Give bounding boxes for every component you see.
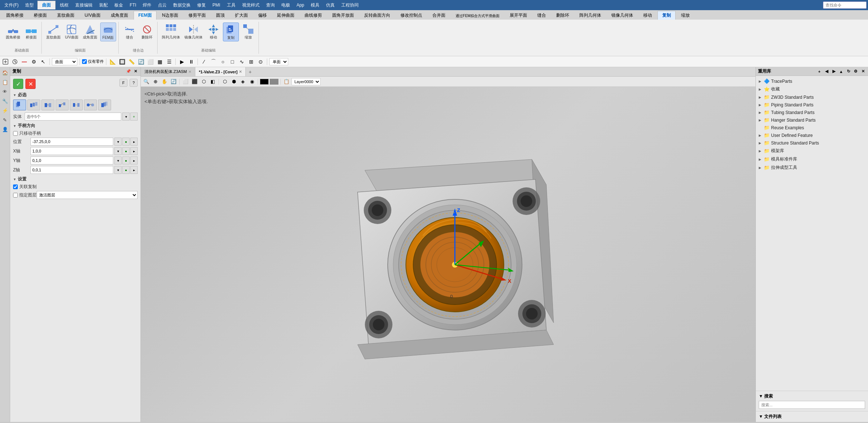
icon-bar-btn-5[interactable]: ⚡ <box>1 106 9 114</box>
ribbon-btn-copy[interactable]: 复制 <box>223 23 239 41</box>
tree-item-mold-frame[interactable]: ▶ 📁 模架库 <box>756 147 868 155</box>
toolbar-icon-circle[interactable]: ○ <box>219 58 227 66</box>
copy-icon-1[interactable] <box>13 99 26 110</box>
toolbar-icon-arc[interactable]: ⌒ <box>209 58 217 66</box>
tree-item-reuse-examples[interactable]: ▶ 📁 Reuse Examples <box>756 124 868 131</box>
menu-surface[interactable]: 曲面 <box>37 1 56 9</box>
toolbar-btn-minus[interactable]: — <box>20 58 28 66</box>
ribbon-tab-dome[interactable]: 圆顶 <box>211 11 229 20</box>
menu-repair[interactable]: 修复 <box>194 1 209 9</box>
vt-btn-wire[interactable]: ⬡ <box>221 78 229 86</box>
vt-btn-rotate[interactable]: 🔄 <box>170 78 178 86</box>
tree-item-traceparts[interactable]: ▶ 🔷 TraceParts <box>756 77 868 85</box>
toolbar-icon-a[interactable]: 📐 <box>109 58 117 66</box>
ribbon-btn-fem[interactable]: FEM面 <box>100 23 116 41</box>
viewport-canvas[interactable]: <Ctrl-pick>取消选择. <单击右键>获取实体输入选项. <box>141 87 755 422</box>
copy-icon-7[interactable] <box>98 99 111 110</box>
position-input[interactable] <box>30 138 113 146</box>
ribbon-btn-fillet-bridge[interactable]: 圆角桥接 <box>4 23 22 41</box>
copy-icon-4[interactable] <box>56 99 69 110</box>
toolbar-icon-j[interactable]: ∿ <box>238 58 246 66</box>
copy-icon-2[interactable] <box>27 99 40 110</box>
x-axis-more-btn[interactable]: ▸ <box>130 147 138 155</box>
vt-btn-top[interactable]: ⬡ <box>200 78 208 86</box>
right-panel-add-btn[interactable]: + <box>816 69 822 74</box>
menu-pmi[interactable]: PMI <box>209 2 223 8</box>
ribbon-tab-delete-loop[interactable]: 删除环 <box>551 11 574 20</box>
vp-tab-add[interactable]: + <box>246 67 254 76</box>
menu-assembly[interactable]: 装配 <box>96 1 111 9</box>
info-button[interactable]: ? <box>130 79 138 87</box>
vp-tab-1[interactable]: 清块机构装配体.Z3ASM ✕ <box>141 67 195 76</box>
ribbon-tab-angled-face[interactable]: 成角度面 <box>106 11 133 20</box>
ribbon-tab-merge-face[interactable]: 合并面 <box>428 11 450 20</box>
menu-visual-style[interactable]: 视觉样式 <box>239 1 262 9</box>
right-panel-settings-btn[interactable]: ⚙ <box>853 69 859 74</box>
y-axis-expand-btn[interactable]: ▾ <box>114 156 122 164</box>
ribbon-tab-bridge-face[interactable]: 桥接面 <box>29 11 52 20</box>
tree-item-zw3d-std[interactable]: ▶ 📁 ZW3D Standard Parts <box>756 93 868 101</box>
copy-icon-6[interactable] <box>84 99 97 110</box>
ribbon-btn-bridge-face[interactable]: 桥接面 <box>23 23 39 41</box>
vt-btn-front[interactable]: ⬜ <box>182 78 190 86</box>
menu-engineering[interactable]: 工程协同 <box>338 1 362 9</box>
toolbar-icon-c[interactable]: 📏 <box>127 58 135 66</box>
z-axis-more-btn[interactable]: ▸ <box>130 166 138 174</box>
toolbar-icon-b[interactable]: 🔲 <box>118 58 126 66</box>
right-panel-back-btn[interactable]: ◀ <box>824 69 830 74</box>
only-move-handle-checkbox[interactable] <box>13 131 18 136</box>
ribbon-btn-array-geo[interactable]: 阵列几何体 <box>160 23 182 41</box>
ribbon-btn-move[interactable]: 移动 <box>205 23 221 41</box>
x-axis-input[interactable] <box>30 147 113 155</box>
toolbar-icon-g[interactable]: ☰ <box>165 58 173 66</box>
menu-sheet-metal[interactable]: 板金 <box>111 1 126 9</box>
icon-bar-btn-1[interactable]: 🏠 <box>1 69 9 77</box>
menu-fti[interactable]: FTI <box>127 2 139 8</box>
ribbon-btn-mirror-geo[interactable]: 镜像几何体 <box>183 23 204 41</box>
x-axis-set-btn[interactable]: ● <box>122 147 130 155</box>
ribbon-btn-direct-ruled[interactable]: 直纹曲面 <box>45 23 62 41</box>
z-axis-expand-btn[interactable]: ▾ <box>114 166 122 174</box>
icon-bar-btn-4[interactable]: 🔧 <box>1 97 9 105</box>
color-swatch-black[interactable] <box>260 79 269 85</box>
vp-tab-1-close[interactable]: ✕ <box>188 70 191 74</box>
toolbar-btn-2[interactable] <box>11 58 19 66</box>
menu-file[interactable]: 文件(F) <box>1 1 21 9</box>
menu-query[interactable]: 查询 <box>263 1 278 9</box>
ribbon-tab-unfold[interactable]: 展开平面 <box>505 11 532 20</box>
right-panel-close-btn[interactable]: ✕ <box>860 69 866 74</box>
layer-select[interactable]: 激活图层 <box>37 191 138 199</box>
panel-close-btn[interactable]: ✕ <box>133 69 138 74</box>
toolbar-icon-k[interactable]: ⊞ <box>247 58 255 66</box>
ribbon-tab-mirror-geo[interactable]: 镜像几何体 <box>607 11 638 20</box>
menu-weld[interactable]: 焊件 <box>140 1 154 9</box>
ribbon-tab-extend-surface[interactable]: 延伸曲面 <box>272 11 299 20</box>
menu-app[interactable]: App <box>294 2 307 8</box>
search-command-input[interactable] <box>823 1 867 9</box>
icon-bar-btn-2[interactable]: 📋 <box>1 78 9 86</box>
ribbon-btn-sew[interactable]: 缝合 <box>122 23 138 41</box>
tree-item-hanger-std[interactable]: ▶ 📁 Hanger Standard Parts <box>756 116 868 124</box>
menu-direct-edit[interactable]: 直接编辑 <box>72 1 95 9</box>
f-button[interactable]: F <box>119 79 127 87</box>
toolbar-btn-settings[interactable]: ⚙ <box>30 58 38 66</box>
toolbar-icon-l[interactable]: ⊙ <box>257 58 265 66</box>
parts-only-checkbox[interactable]: 仅有零件 <box>82 59 104 64</box>
cancel-button[interactable]: ✕ <box>25 79 36 89</box>
menu-mold[interactable]: 模具 <box>308 1 322 9</box>
tree-item-mold-std[interactable]: ▶ 📁 模具标准件库 <box>756 155 868 163</box>
color-swatch-gray[interactable] <box>270 79 278 85</box>
menu-model[interactable]: 造型 <box>22 1 37 9</box>
entity-add-btn[interactable]: + <box>130 113 138 121</box>
toolbar-icon-line[interactable]: ∕ <box>200 58 208 66</box>
vt-btn-pan[interactable]: ✋ <box>160 78 168 86</box>
layer-dropdown[interactable]: Layer0000 <box>292 78 321 85</box>
vt-btn-render[interactable]: ◉ <box>248 78 256 86</box>
mode-select[interactable]: 曲面 <box>52 58 77 65</box>
vt-btn-layer[interactable]: 📋 <box>282 78 290 86</box>
associate-copy-checkbox[interactable] <box>13 184 18 189</box>
ribbon-btn-angled[interactable]: 成角度面 <box>81 23 99 41</box>
specify-layer-checkbox[interactable] <box>13 193 18 198</box>
ribbon-tab-fem[interactable]: FEM面 <box>134 11 156 20</box>
entity-input[interactable] <box>25 113 121 121</box>
